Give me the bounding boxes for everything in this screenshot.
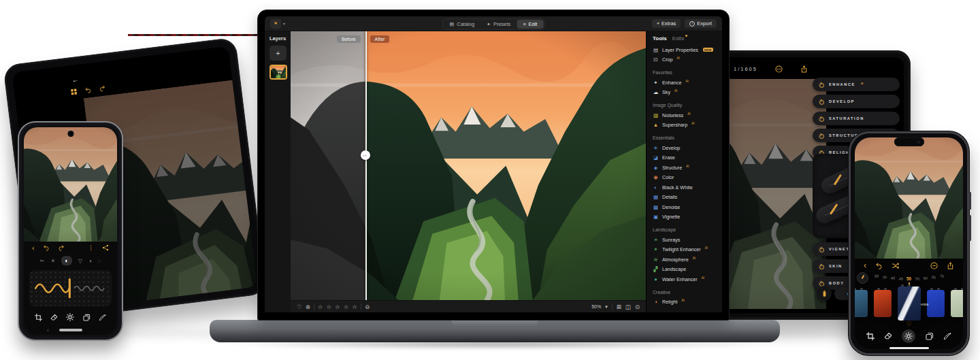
- photo-canvas[interactable]: Before After ‹›: [291, 31, 646, 300]
- split-view-icon[interactable]: ◫: [625, 304, 631, 310]
- layer-thumbnail[interactable]: [270, 65, 287, 80]
- dial-value[interactable]: 45: [896, 277, 904, 282]
- compare-view-icon[interactable]: ⊞: [617, 304, 621, 310]
- tool-item[interactable]: ▲ Supersharp AI: [653, 120, 718, 131]
- photo-canvas[interactable]: [855, 137, 963, 259]
- remove-filter-icon[interactable]: [930, 262, 938, 269]
- adjustment-tab-icon[interactable]: ◌: [98, 258, 101, 264]
- layers-icon[interactable]: [926, 332, 934, 340]
- share-icon[interactable]: [800, 65, 808, 73]
- tool-card[interactable]: ENHANCE AI: [813, 78, 900, 91]
- eraser-icon[interactable]: [50, 314, 58, 321]
- power-toggle-icon[interactable]: [818, 263, 824, 269]
- tool-item[interactable]: ▦ Details: [653, 193, 718, 203]
- crop-icon[interactable]: [866, 332, 875, 340]
- tool-item[interactable]: ✶ Twilight Enhancer AI: [653, 245, 718, 255]
- color-filters-icon[interactable]: [817, 286, 832, 301]
- tool-item[interactable]: ◐ Black & White: [653, 182, 718, 193]
- adjustment-tab-icon[interactable]: ☀: [50, 258, 55, 264]
- retouch-brush-icon[interactable]: [99, 314, 106, 321]
- tool-card[interactable]: DEVELOP: [813, 95, 900, 108]
- zoom-level[interactable]: 50%: [591, 304, 601, 309]
- layers-icon[interactable]: [83, 314, 91, 321]
- adjust-tab-selected[interactable]: [902, 329, 915, 343]
- tool-item[interactable]: ▞ Landscape: [653, 265, 718, 275]
- back-arrow-icon[interactable]: ←: [71, 76, 79, 84]
- compare-divider[interactable]: [365, 31, 367, 300]
- tool-item[interactable]: ✦ Enhance AI: [653, 78, 718, 88]
- tool-item[interactable]: ▨ Noiseless AI: [653, 110, 718, 120]
- redo-icon[interactable]: [99, 84, 106, 92]
- dial-value[interactable]: 50: [905, 276, 913, 281]
- adjustment-tab-icon[interactable]: ◐: [61, 256, 71, 265]
- filter-card[interactable]: Genius: [927, 290, 945, 317]
- zoom-chevron-icon[interactable]: ▾: [605, 304, 608, 310]
- filter-card[interactable]: [951, 290, 964, 317]
- back-chevron-icon[interactable]: ‹: [32, 244, 35, 252]
- android-back-icon[interactable]: ‹: [47, 327, 49, 333]
- power-toggle-icon[interactable]: [818, 133, 824, 139]
- dial-value[interactable]: 70: [937, 274, 946, 280]
- eraser-icon[interactable]: [884, 332, 892, 340]
- dial-value[interactable]: 40: [888, 276, 897, 280]
- tool-item[interactable]: ◑ Relight AI: [653, 297, 718, 308]
- tool-item[interactable]: ✳ Develop: [653, 143, 718, 153]
- more-options-icon[interactable]: [775, 65, 783, 73]
- filter-card[interactable]: [898, 287, 921, 321]
- tool-item[interactable]: ☀ Sunrays: [653, 235, 718, 245]
- preview-eye-icon[interactable]: ⊙: [635, 304, 640, 310]
- dial-value[interactable]: 55: [913, 277, 921, 282]
- amount-knob[interactable]: [857, 272, 868, 284]
- power-toggle-icon[interactable]: [818, 246, 824, 252]
- top-tab[interactable]: ✦ Presets: [480, 20, 517, 29]
- filter-card[interactable]: [874, 290, 892, 317]
- tool-item[interactable]: ◪ Erase: [653, 153, 718, 163]
- home-indicator[interactable]: [889, 347, 929, 349]
- favorite-heart-icon[interactable]: ♡: [906, 321, 911, 327]
- tool-item[interactable]: ▣ Vignette: [653, 212, 718, 223]
- kebab-menu-icon[interactable]: ⋮: [88, 244, 94, 251]
- compare-slider-handle[interactable]: ‹›: [361, 150, 370, 160]
- amount-dial[interactable]: 303540455055606570: [855, 272, 963, 286]
- crop-icon[interactable]: [35, 314, 42, 321]
- grid-view-icon[interactable]: [70, 88, 78, 95]
- dial-value[interactable]: 65: [929, 275, 938, 280]
- app-logo[interactable]: ✶: [270, 19, 281, 29]
- shuffle-icon[interactable]: [892, 262, 899, 269]
- undo-icon[interactable]: [43, 244, 50, 251]
- power-toggle-icon[interactable]: [818, 99, 824, 105]
- tool-card[interactable]: SATURATION: [813, 112, 900, 125]
- dial-value[interactable]: 30: [872, 274, 881, 280]
- add-layer-button[interactable]: +: [270, 46, 287, 61]
- tool-item[interactable]: ≋ Atmosphere AI: [653, 255, 718, 265]
- extras-button[interactable]: + Extras: [652, 19, 681, 28]
- curve-slider[interactable]: [29, 270, 112, 306]
- tool-item[interactable]: ⊡ Crop AI: [653, 55, 718, 65]
- power-toggle-icon[interactable]: [818, 82, 824, 88]
- dial-value[interactable]: 60: [921, 276, 930, 280]
- photo-canvas[interactable]: [24, 127, 117, 242]
- adjust-sun-icon[interactable]: [66, 313, 74, 321]
- retouch-brush-icon[interactable]: [943, 332, 951, 340]
- share-icon[interactable]: [102, 244, 109, 251]
- top-tab[interactable]: ≡ Edit: [517, 20, 543, 29]
- adjustment-tab-icon[interactable]: ✂: [39, 258, 44, 264]
- filter-card[interactable]: [855, 290, 868, 317]
- home-gesture-pill[interactable]: [59, 329, 82, 331]
- share-icon[interactable]: [947, 262, 954, 269]
- undo-icon[interactable]: [84, 86, 92, 94]
- reset-icon[interactable]: [875, 262, 883, 269]
- tool-item[interactable]: ● Water Enhancer AI: [653, 274, 718, 284]
- redo-icon[interactable]: [58, 244, 65, 251]
- tab-tools[interactable]: Tools: [653, 35, 667, 42]
- export-button[interactable]: ↑ Export: [685, 19, 717, 28]
- back-chevron-icon[interactable]: ‹: [864, 261, 866, 270]
- adjustment-tab-icon[interactable]: ▽: [78, 258, 82, 264]
- tool-item[interactable]: ◈ Structure AI: [653, 163, 718, 173]
- tool-item[interactable]: ▩ Denoise: [653, 202, 718, 212]
- power-toggle-icon[interactable]: [818, 116, 824, 122]
- adjustment-tab-icon[interactable]: ◑: [88, 258, 92, 264]
- tool-item[interactable]: ◉ Color: [653, 173, 718, 183]
- chevron-down-icon[interactable]: ▾: [283, 21, 285, 26]
- tab-edits[interactable]: Edits: [672, 35, 685, 42]
